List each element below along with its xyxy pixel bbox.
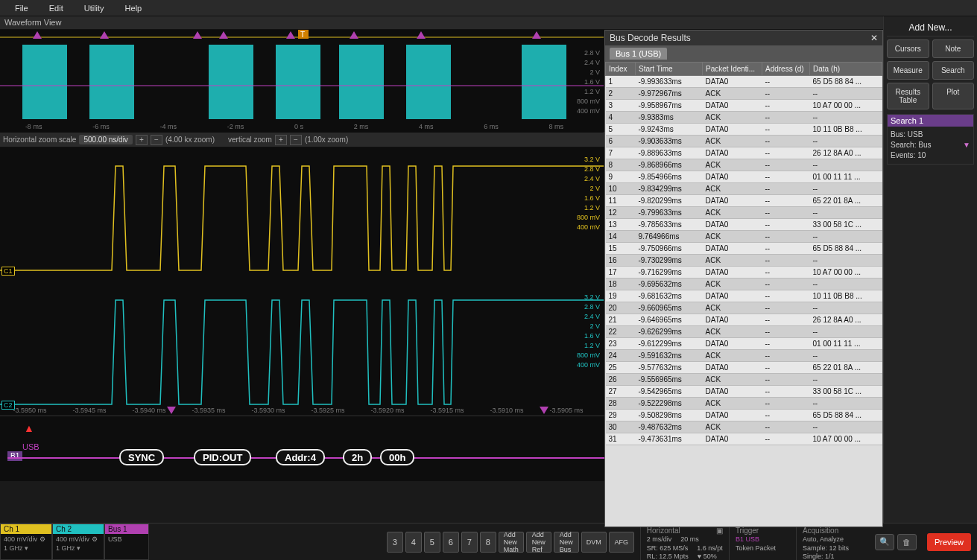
table-row[interactable]: 18-9.695632msACK---- [606,279,882,290]
svg-rect-2 [22,45,67,119]
hzoom-plus[interactable]: + [136,135,148,145]
packet-crc[interactable]: 00h [380,449,414,465]
table-row[interactable]: 27-9.542965msDATA0--33 00 58 1C ... [606,386,882,398]
bus-label: USB [22,442,39,451]
table-row[interactable]: 25-9.577632msDATA0--65 22 01 8A ... [606,362,882,374]
table-row[interactable]: 149.764966msACK---- [606,231,882,243]
add-bus-button[interactable]: Add New Bus [554,532,579,553]
svg-rect-5 [276,45,320,119]
plot-button[interactable]: Plot [932,83,975,109]
svg-text:T: T [300,31,305,39]
svg-rect-8 [522,45,566,119]
top-menu: File Edit Utility Help [0,0,977,16]
hzoom-label: Horizontal zoom scale [3,136,76,144]
zoom-tool-icon[interactable]: 🔍 [875,534,894,550]
overview-voltage-labels: 2.8 V2.4 V2 V 1.6 V1.2 V800 mV 400 mV [577,48,600,116]
packet-pid[interactable]: PID:OUT [194,449,251,465]
add-ch6-button[interactable]: 6 [443,532,459,553]
table-row[interactable]: 17-9.716299msDATA0--10 A7 00 00 ... [606,267,882,279]
add-ch8-button[interactable]: 8 [480,532,496,553]
ch1-badge[interactable]: Ch 1 400 mV/div ⚙1 GHz ▾ [0,524,52,560]
decode-results-table[interactable]: Index Start Time Packet Identi... Addres… [605,62,882,445]
search-result-panel[interactable]: Search 1 Bus: USB Search: Bus ▼ Events: … [887,114,974,165]
measure-button[interactable]: Measure [887,61,929,80]
add-ch7-button[interactable]: 7 [461,532,478,553]
table-row[interactable]: 10-9.834299msACK---- [606,183,882,195]
bus1-badge[interactable]: Bus 1 USB [104,524,149,560]
menu-file[interactable]: File [4,1,39,15]
table-row[interactable]: 7-9.889633msDATA0--26 12 8A A0 ... [606,147,882,159]
table-row[interactable]: 4-9.9383msACK---- [606,112,882,124]
table-row[interactable]: 1-9.993633msDATA0--65 D5 88 84 ... [606,76,882,88]
search-line: Search: Bus [891,140,931,150]
add-ch3-button[interactable]: 3 [387,532,403,553]
hzoom-factor: (4.00 kx zoom) [165,136,215,144]
table-row[interactable]: 24-9.591632msACK---- [606,350,882,362]
search-bus: Bus: USB [891,130,970,140]
table-row[interactable]: 2-9.972967msACK---- [606,88,882,100]
add-ch4-button[interactable]: 4 [405,532,422,553]
search-events: Events: 10 [891,150,970,161]
decode-panel-tab[interactable]: Bus 1 (USB) [610,48,667,60]
table-row[interactable]: 21-9.646965msDATA0--26 12 8A A0 ... [606,314,882,326]
hzoom-minus[interactable]: − [151,135,162,145]
table-row[interactable]: 26-9.556965msACK---- [606,374,882,386]
packet-endpoint[interactable]: 2h [343,449,372,465]
table-row[interactable]: 29-9.508298msDATA0--65 D5 88 84 ... [606,410,882,421]
bus-decode-results-panel: Bus Decode Results ✕ Bus 1 (USB) Index S… [604,30,883,527]
table-row[interactable]: 31-9.473631msDATA0--10 A7 00 00 ... [606,433,882,445]
cursors-button[interactable]: Cursors [887,39,929,58]
hzoom-scale[interactable]: 500.00 ns/div [79,135,133,144]
delete-icon[interactable]: 🗑 [897,534,917,550]
table-row[interactable]: 16-9.730299msACK---- [606,255,882,267]
table-row[interactable]: 23-9.612299msDATA0--01 00 11 11 ... [606,338,882,350]
packet-sync[interactable]: SYNC [119,449,164,465]
table-row[interactable]: 9-9.854966msDATA0--01 00 11 11 ... [606,171,882,183]
zoom-ch2-labels: 3.2 V2.8 V2.4 V2 V 1.6 V1.2 V800 mV400 m… [577,293,600,370]
table-row[interactable]: 30-9.487632msACK---- [606,421,882,433]
table-row[interactable]: 12-9.799633msACK---- [606,207,882,219]
menu-utility[interactable]: Utility [74,1,115,15]
table-row[interactable]: 8-9.868966msACK---- [606,159,882,171]
overview-timescale: -8 ms-6 ms-4 ms -2 ms0 s2 ms 4 ms6 ms8 m… [0,123,589,130]
table-row[interactable]: 22-9.626299msACK---- [606,326,882,338]
table-row[interactable]: 13-9.785633msDATA0--33 00 58 1C ... [606,219,882,231]
bus-b1-badge[interactable]: B1 [7,451,22,461]
ch1-indicator[interactable]: C1 [1,267,15,276]
horizontal-info[interactable]: Horizontal▣ 2 ms/div20 ms SR: 625 MS/s1.… [640,524,729,560]
add-math-button[interactable]: Add New Math [499,532,524,553]
add-ch5-button[interactable]: 5 [424,532,440,553]
zoom-ch1-labels: 3.2 V2.8 V2.4 V2 V 1.6 V1.2 V800 mV400 m… [577,155,600,232]
search-marker-icon: ▼ [963,140,970,150]
waveform-view-title: Waveform View [0,16,883,30]
table-row[interactable]: 6-9.903633msACK---- [606,136,882,147]
vzoom-plus[interactable]: + [275,135,287,145]
note-button[interactable]: Note [932,39,975,58]
packet-addr[interactable]: Addr:4 [276,449,325,465]
vzoom-label: vertical zoom [228,136,272,144]
table-row[interactable]: 20-9.660965msACK---- [606,302,882,314]
table-row[interactable]: 3-9.958967msDATA0--10 A7 00 00 ... [606,100,882,112]
bottom-bar: Ch 1 400 mV/div ⚙1 GHz ▾ Ch 2 400 mV/div… [0,523,977,560]
vzoom-minus[interactable]: − [290,135,302,145]
preview-button[interactable]: Preview [927,533,971,551]
decode-panel-close-icon[interactable]: ✕ [870,33,878,43]
table-row[interactable]: 11-9.820299msDATA0--65 22 01 8A ... [606,195,882,207]
svg-rect-7 [406,45,451,119]
results-table-button[interactable]: Results Table [887,83,929,109]
table-row[interactable]: 28-9.522298msACK---- [606,398,882,410]
search-button[interactable]: Search [932,61,975,80]
dvm-button[interactable]: DVM [581,532,607,553]
trigger-info[interactable]: Trigger B1 USB Token Packet [729,524,796,560]
add-ref-button[interactable]: Add New Ref [526,532,551,553]
menu-edit[interactable]: Edit [39,1,74,15]
table-row[interactable]: 5-9.9243msDATA0--10 11 0B B8 ... [606,124,882,136]
zoom-timescale: -3.5950 ms-3.5945 ms-3.5940 ms -3.5935 m… [0,407,596,414]
table-row[interactable]: 15-9.750966msDATA0--65 D5 88 84 ... [606,243,882,255]
ch2-badge[interactable]: Ch 2 400 mV/div ⚙1 GHz ▾ [52,524,104,560]
table-row[interactable]: 19-9.681632msDATA0--10 11 0B B8 ... [606,290,882,302]
acquisition-info[interactable]: Acquisition Auto, Analyze Sample: 12 bit… [796,524,870,560]
add-new-header: Add New... [887,19,974,36]
menu-help[interactable]: Help [115,1,153,15]
afg-button[interactable]: AFG [609,532,634,553]
